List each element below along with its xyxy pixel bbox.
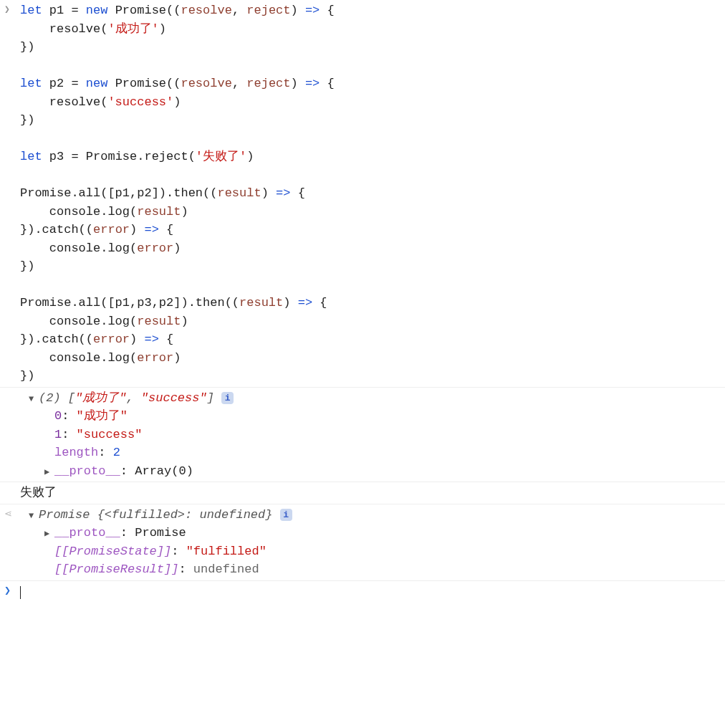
array-item-1: 1: "success" — [29, 426, 725, 444]
prompt-chevron-icon: ❯ — [4, 584, 11, 600]
expand-down-icon[interactable]: ▼ — [29, 509, 39, 522]
array-item-0: 0: "成功了" — [29, 407, 725, 426]
promise-proto[interactable]: ▶__proto__: Promise — [29, 524, 725, 542]
promise-summary-line[interactable]: ▼Promise {<fulfilled>: undefined} i — [29, 506, 725, 525]
console-input-row: ❯ let p1 = new Promise((resolve, reject)… — [0, 0, 725, 388]
console-output-text: 失败了 — [0, 482, 725, 504]
text-cursor — [20, 586, 21, 599]
array-summary-line[interactable]: ▼(2) ["成功了", "success"] i — [29, 389, 725, 408]
console-prompt-row[interactable]: ❯ — [0, 581, 725, 605]
console-return-row: ⋖ ▼Promise {<fulfilled>: undefined} i ▶_… — [0, 504, 725, 581]
promise-result: [[PromiseResult]]: undefined — [29, 560, 725, 579]
output-text: 失败了 — [20, 486, 57, 499]
expand-down-icon[interactable]: ▼ — [29, 393, 39, 406]
array-proto[interactable]: ▶__proto__: Array(0) — [29, 462, 725, 481]
code-block: let p1 = new Promise((resolve, reject) =… — [20, 1, 725, 385]
return-chevron-icon: ⋖ — [4, 507, 12, 522]
input-chevron-icon: ❯ — [4, 3, 10, 17]
info-icon[interactable]: i — [280, 509, 292, 521]
console-output-array: ▼(2) ["成功了", "success"] i 0: "成功了" 1: "s… — [0, 388, 725, 483]
array-length: length: 2 — [29, 444, 725, 462]
info-icon[interactable]: i — [221, 392, 234, 404]
expand-right-icon[interactable]: ▶ — [44, 527, 54, 540]
expand-right-icon[interactable]: ▶ — [44, 466, 54, 479]
promise-state: [[PromiseState]]: "fulfilled" — [29, 542, 725, 561]
